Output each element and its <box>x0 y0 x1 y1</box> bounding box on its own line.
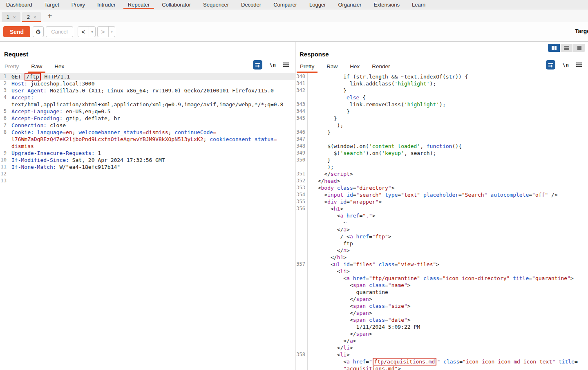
code-line: <a href="ftp/quarantine" class="icon ico… <box>295 275 588 282</box>
code-text: User-Agent: Mozilla/5.0 (X11; Linux x86_… <box>9 87 274 94</box>
request-tab-hex[interactable]: Hex <box>54 61 65 73</box>
code-text: </span> <box>308 330 372 337</box>
layout-columns-icon[interactable] <box>548 44 560 52</box>
menu-item-logger[interactable]: Logger <box>303 0 332 9</box>
layout-switcher <box>548 44 585 52</box>
back-arrow-icon[interactable]: < <box>78 27 89 37</box>
back-dropdown-caret-icon[interactable]: ▾ <box>89 27 95 37</box>
menu-item-sequencer[interactable]: Sequencer <box>197 0 235 9</box>
response-tab-render[interactable]: Render <box>371 61 390 73</box>
repeater-tab-2[interactable]: 2× <box>22 12 41 22</box>
code-text <box>9 170 15 177</box>
line-number <box>295 337 308 344</box>
line-number: 5 <box>0 108 9 115</box>
code-text: </script> <box>308 170 353 177</box>
code-line: 11If-None-Match: W/"ea4-18efc917b14" <box>0 164 295 170</box>
request-tab-pretty[interactable]: Pretty <box>4 61 19 73</box>
line-number: 3 <box>0 87 9 94</box>
response-editor[interactable]: 340 if (str.length && ~text.indexOf(str)… <box>295 73 588 370</box>
close-tab-icon[interactable]: × <box>34 15 36 20</box>
close-tab-icon[interactable]: × <box>13 15 16 20</box>
menu-item-comparer[interactable]: Comparer <box>267 0 303 9</box>
code-line: 341 link.addClass('highlight'); <box>295 80 588 87</box>
menu-item-decoder[interactable]: Decoder <box>235 0 267 9</box>
target-label: Target: <box>575 28 588 34</box>
soft-wrap-icon[interactable] <box>253 60 262 70</box>
line-number <box>295 233 308 240</box>
code-text: <span class="size"> <box>308 303 411 309</box>
code-line: 347 <box>295 136 588 143</box>
code-text: 1/11/2024 5:09:22 PM <box>308 323 420 330</box>
menu-item-intruder[interactable]: Intruder <box>91 0 122 9</box>
forward-arrow-icon[interactable]: > <box>98 27 108 37</box>
code-text: <li> <box>308 268 350 275</box>
code-text: l76WmZaDqREzQ47eK2ljboPnd9LcxfnOtleAgrwv… <box>9 136 277 143</box>
code-text: Accept: <box>9 94 34 101</box>
code-line: text/html,application/xhtml+xml,applicat… <box>0 101 295 108</box>
code-line: ftp <box>295 240 588 247</box>
line-number <box>295 303 308 309</box>
response-tab-pretty[interactable]: Pretty <box>300 61 315 73</box>
code-text: ); <box>308 164 334 170</box>
code-line: </span> <box>295 296 588 303</box>
response-tab-raw[interactable]: Raw <box>326 61 338 73</box>
newline-icon[interactable]: \n <box>562 62 569 68</box>
code-text: $('search').on('keyup', search); <box>308 150 436 157</box>
menu-item-learn[interactable]: Learn <box>406 0 431 9</box>
send-button[interactable]: Send <box>3 26 30 37</box>
line-number: 350 <box>295 157 308 164</box>
repeater-tab-1[interactable]: 1× <box>2 12 20 22</box>
code-text: dismiss <box>9 143 34 150</box>
main-split: Request PrettyRawHex \n 1GET /ftp HTTP/1… <box>0 42 588 370</box>
red-highlight-box: ftp/acquisitions.md <box>373 358 437 366</box>
code-line: 13 <box>0 177 295 184</box>
code-text: Upgrade-Insecure-Requests: 1 <box>9 150 101 157</box>
code-text: quarantine <box>308 289 388 296</box>
add-tab-button[interactable]: + <box>46 11 54 22</box>
request-panel-header: Request PrettyRawHex \n <box>0 42 295 73</box>
code-text: <a href="ftp/quarantine" class="icon ico… <box>308 275 574 282</box>
code-line: 345 } <box>295 115 588 122</box>
code-text: <a href="ftp/acquisitions.md" class="ico… <box>308 358 578 365</box>
line-number <box>295 254 308 261</box>
code-line: <span class="name"> <box>295 282 588 289</box>
request-tab-raw[interactable]: Raw <box>31 61 42 73</box>
code-text: <body class="directory"> <box>308 184 395 191</box>
menu-item-collaborator[interactable]: Collaborator <box>156 0 197 9</box>
request-header-icons: \n <box>253 60 289 70</box>
code-line: 7Connection: close <box>0 122 295 129</box>
code-text: $(window).on('content loaded', function(… <box>308 143 462 150</box>
response-tab-hex[interactable]: Hex <box>349 61 360 73</box>
code-text <box>308 136 315 143</box>
line-number <box>295 247 308 254</box>
menu-item-dashboard[interactable]: Dashboard <box>0 0 38 9</box>
red-highlight-box: /ftp <box>25 73 40 81</box>
menu-item-proxy[interactable]: Proxy <box>65 0 91 9</box>
code-line: 4Accept: <box>0 94 295 101</box>
layout-single-icon[interactable] <box>573 44 585 52</box>
cancel-button[interactable]: Cancel <box>46 26 73 37</box>
layout-rows-icon[interactable] <box>561 44 572 52</box>
request-editor[interactable]: 1GET /ftp HTTP/1.12Host: juiceshop.local… <box>0 73 295 370</box>
code-line: 358 <li> <box>295 351 588 358</box>
newline-icon[interactable]: \n <box>269 62 276 68</box>
history-forward-split-button[interactable]: > ▾ <box>97 26 115 37</box>
code-line: 352 </head> <box>295 177 588 184</box>
line-number <box>295 164 308 170</box>
hamburger-menu-icon[interactable] <box>576 62 582 67</box>
menu-item-organizer[interactable]: Organizer <box>332 0 367 9</box>
gear-icon[interactable]: ⚙ <box>33 26 44 37</box>
code-line: 353 <body class="directory"> <box>295 184 588 191</box>
line-number: 6 <box>0 115 9 122</box>
soft-wrap-icon[interactable] <box>546 60 555 70</box>
hamburger-menu-icon[interactable] <box>283 62 289 67</box>
code-line: 340 if (str.length && ~text.indexOf(str)… <box>295 73 588 80</box>
code-line: <span class="size"> <box>295 303 588 309</box>
code-line: 12 <box>0 170 295 177</box>
forward-dropdown-caret-icon[interactable]: ▾ <box>109 27 115 37</box>
history-back-split-button[interactable]: < ▾ <box>78 26 96 37</box>
menu-item-target[interactable]: Target <box>38 0 65 9</box>
line-number: 345 <box>295 115 308 122</box>
menu-item-repeater[interactable]: Repeater <box>122 0 156 9</box>
menu-item-extensions[interactable]: Extensions <box>368 0 406 9</box>
